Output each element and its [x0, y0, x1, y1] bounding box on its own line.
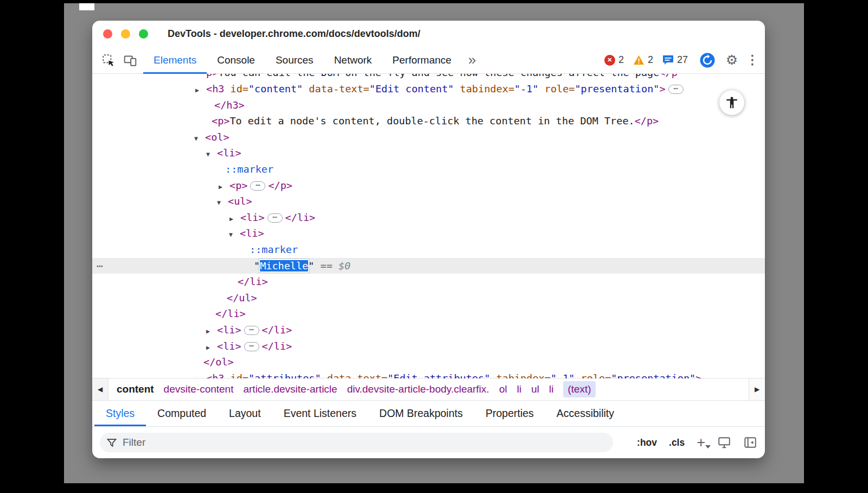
- styles-actions: :hov .cls +: [637, 435, 757, 450]
- breadcrumb-scroll-left-icon[interactable]: ◀: [92, 378, 108, 400]
- filter-field[interactable]: [100, 433, 613, 452]
- panel-tab-event-listeners[interactable]: Event Listeners: [272, 401, 368, 426]
- error-count: 2: [618, 54, 624, 66]
- issue-badges: ✕ 2 2: [604, 54, 688, 66]
- collapsed-arrow-icon[interactable]: ▶: [219, 179, 229, 195]
- accessibility-overlay-button[interactable]: [719, 90, 744, 115]
- element-classes-button[interactable]: .cls: [669, 437, 685, 448]
- toggle-element-state-button[interactable]: :hov: [637, 437, 657, 448]
- panel-tab-computed[interactable]: Computed: [146, 401, 218, 426]
- panel-tab-layout[interactable]: Layout: [218, 401, 272, 426]
- warning-count: 2: [648, 54, 653, 66]
- tree-row[interactable]: ▶<h3 id="content" data-text="Edit conten…: [92, 81, 765, 97]
- breadcrumb-item[interactable]: ol: [499, 383, 507, 395]
- tree-row[interactable]: ▼<li>: [92, 225, 765, 242]
- devtools-window: DevTools - developer.chrome.com/docs/dev…: [92, 21, 765, 458]
- inline-expand-icon[interactable]: ⋯: [668, 85, 684, 94]
- breadcrumb-item[interactable]: article.devsite-article: [243, 383, 337, 395]
- inspect-element-icon[interactable]: [98, 47, 119, 74]
- backdrop-notch: [79, 3, 94, 10]
- tree-row[interactable]: ::marker: [92, 161, 765, 178]
- panel-tab-styles[interactable]: Styles: [94, 401, 146, 426]
- filter-input[interactable]: [123, 437, 609, 448]
- collapsed-arrow-icon[interactable]: ▶: [195, 83, 206, 99]
- inline-expand-icon[interactable]: ⋯: [250, 181, 265, 191]
- messages-count: 27: [677, 54, 688, 66]
- inline-expand-icon[interactable]: ⋯: [244, 326, 259, 335]
- breadcrumb-item[interactable]: ul: [531, 383, 539, 395]
- inline-expand-icon[interactable]: ⋯: [267, 213, 283, 223]
- panel-tab-dom-breakpoints[interactable]: DOM Breakpoints: [368, 401, 474, 426]
- error-icon: ✕: [604, 55, 615, 66]
- tree-row[interactable]: </ol>: [92, 354, 765, 370]
- collapsed-arrow-icon[interactable]: ▶: [229, 211, 240, 227]
- tree-row[interactable]: <p>To edit a node's content, double-clic…: [92, 113, 765, 129]
- expanded-arrow-icon[interactable]: ▼: [206, 147, 217, 163]
- tree-row[interactable]: ▼<ul>: [92, 193, 765, 210]
- breadcrumb-item[interactable]: (text): [563, 381, 595, 397]
- breadcrumb-item[interactable]: div.devsite-article-body.clearfix.: [347, 383, 489, 395]
- accessibility-person-icon: [725, 96, 739, 110]
- tree-row[interactable]: ▼<li>: [92, 145, 765, 161]
- expanded-arrow-icon[interactable]: ▼: [217, 195, 228, 211]
- breadcrumb-item[interactable]: li: [517, 383, 521, 395]
- warning-icon: [633, 55, 644, 65]
- tree-row[interactable]: ▶<li>⋯</li>: [92, 210, 765, 226]
- message-bubble-icon: [662, 55, 674, 66]
- panel-tab-properties[interactable]: Properties: [474, 401, 545, 426]
- tree-row[interactable]: </li>: [92, 274, 765, 290]
- tree-row[interactable]: ::marker: [92, 242, 765, 258]
- dropdown-caret-icon: [705, 445, 711, 448]
- messages-count-badge[interactable]: 27: [662, 54, 688, 66]
- kebab-menu-icon[interactable]: ⋮: [745, 53, 760, 67]
- plus-icon: +: [697, 434, 705, 451]
- warning-count-badge[interactable]: 2: [633, 54, 653, 66]
- error-count-badge[interactable]: ✕ 2: [604, 54, 624, 66]
- row-more-actions-icon[interactable]: ⋯: [97, 258, 104, 274]
- window-titlebar: DevTools - developer.chrome.com/docs/dev…: [92, 21, 765, 47]
- tree-row[interactable]: ▶<li>⋯</li>: [92, 338, 765, 355]
- close-button[interactable]: [103, 29, 112, 39]
- expanded-arrow-icon[interactable]: ▼: [229, 227, 240, 243]
- more-tabs-icon[interactable]: »: [462, 52, 482, 68]
- inline-expand-icon[interactable]: ⋯: [244, 342, 259, 351]
- tree-row[interactable]: ▶<p>⋯</p>: [92, 178, 765, 194]
- breadcrumb-item[interactable]: content: [117, 383, 154, 395]
- toolbar-tab-performance[interactable]: Performance: [382, 47, 462, 74]
- collapsed-arrow-icon[interactable]: ▶: [206, 340, 217, 356]
- sidebar-toggle-icon[interactable]: [743, 435, 757, 450]
- rendering-display-icon[interactable]: [717, 435, 731, 450]
- panel-tab-accessibility[interactable]: Accessibility: [545, 401, 626, 426]
- breadcrumb-scroll-right-icon[interactable]: ▶: [749, 378, 765, 400]
- breadcrumb-item[interactable]: devsite-content: [164, 383, 234, 395]
- minimize-button[interactable]: [121, 29, 130, 39]
- tree-row[interactable]: ▶<h3 id="attributes" data-text="Edit att…: [92, 370, 765, 378]
- device-toolbar-icon[interactable]: [119, 47, 141, 74]
- zoom-button[interactable]: [139, 29, 148, 39]
- tree-row[interactable]: </ul>: [92, 290, 765, 306]
- tree-row[interactable]: ⋯"Michelle" == $0: [92, 258, 765, 274]
- breadcrumb-list: contentdevsite-contentarticle.devsite-ar…: [108, 378, 749, 400]
- tree-row[interactable]: </h3>: [92, 97, 765, 113]
- tree-row[interactable]: ▼<ol>: [92, 129, 765, 146]
- toolbar-tab-network[interactable]: Network: [324, 47, 382, 74]
- window-title: DevTools - developer.chrome.com/docs/dev…: [168, 28, 420, 40]
- toolbar-tabs: ElementsConsoleSourcesNetworkPerformance: [143, 47, 462, 74]
- toolbar-right-icons: ⚙ ⋮: [697, 47, 760, 74]
- collapsed-arrow-icon[interactable]: ▶: [206, 324, 217, 340]
- breadcrumb-item[interactable]: li: [549, 383, 553, 395]
- tree-row[interactable]: ▶<li>⋯</li>: [92, 322, 765, 338]
- toolbar-tab-elements[interactable]: Elements: [143, 47, 207, 74]
- tree-row[interactable]: p>You can edit the DOM on the fly and se…: [92, 74, 765, 81]
- toolbar-tab-sources[interactable]: Sources: [265, 47, 324, 74]
- collapsed-arrow-icon[interactable]: ▶: [195, 372, 206, 378]
- dom-tree[interactable]: p>You can edit the DOM on the fly and se…: [92, 74, 765, 378]
- expanded-arrow-icon[interactable]: ▼: [194, 131, 205, 147]
- settings-gear-icon[interactable]: ⚙: [722, 52, 742, 68]
- window-controls: [103, 29, 157, 39]
- new-style-rule-button[interactable]: +: [697, 437, 705, 448]
- toolbar-tab-console[interactable]: Console: [207, 47, 265, 74]
- devtools-toolbar: ElementsConsoleSourcesNetworkPerformance…: [92, 47, 765, 74]
- sync-badge-icon[interactable]: [697, 47, 718, 74]
- tree-row[interactable]: </li>: [92, 306, 765, 322]
